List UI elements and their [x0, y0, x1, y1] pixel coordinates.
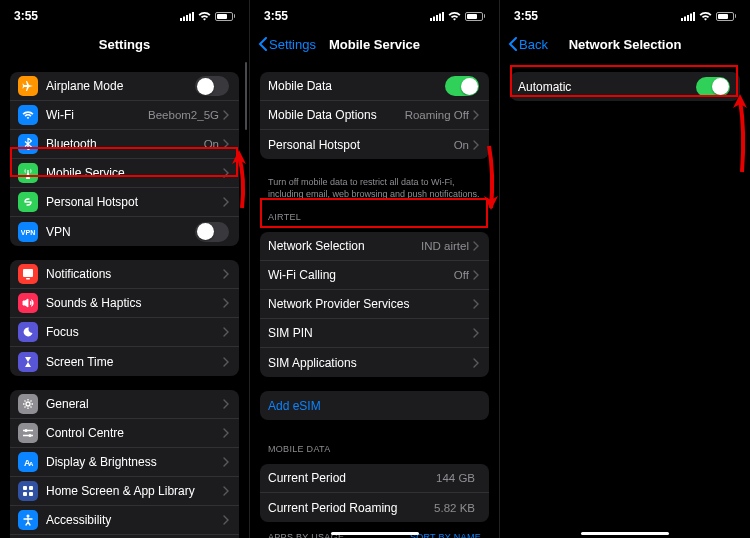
airplane-icon	[18, 76, 38, 96]
row-add-esim[interactable]: Add eSIM	[260, 391, 489, 420]
row-value: Roaming Off	[405, 109, 469, 121]
row-simapp[interactable]: SIM Applications	[260, 348, 489, 377]
row-label: General	[46, 397, 223, 411]
status-time: 3:55	[14, 9, 38, 23]
row-home[interactable]: Home Screen & App Library	[10, 477, 239, 506]
row-mobile[interactable]: Mobile Service	[10, 159, 239, 188]
svg-rect-1	[183, 16, 185, 21]
settings-list[interactable]: Airplane ModeWi-FiBeebom2_5GBluetoothOnM…	[0, 60, 249, 538]
body-icon	[18, 510, 38, 530]
chevron-right-icon	[223, 515, 229, 525]
signal-icon	[681, 12, 695, 21]
screen-network-selection: 3:55 64 Back Network Selection Automatic	[500, 0, 750, 538]
scroll-indicator[interactable]	[245, 62, 248, 130]
network-selection-list[interactable]: Automatic	[500, 60, 750, 538]
row-mdopt[interactable]: Mobile Data OptionsRoaming Off	[260, 101, 489, 130]
speaker-icon	[18, 293, 38, 313]
screen-mobile-service: 3:55 64 Settings Mobile Service Mobile D…	[250, 0, 500, 538]
svg-point-8	[26, 402, 30, 406]
svg-rect-31	[690, 13, 692, 21]
svg-rect-23	[430, 18, 432, 21]
bell-icon	[18, 264, 38, 284]
svg-rect-26	[439, 13, 441, 21]
row-vpn[interactable]: VPNVPN	[10, 217, 239, 246]
link-icon	[18, 192, 38, 212]
row-value: 144 GB	[436, 472, 475, 484]
row-airplane[interactable]: Airplane Mode	[10, 72, 239, 101]
nav-bar: Settings Mobile Service	[250, 28, 499, 60]
svg-rect-7	[26, 278, 30, 280]
svg-rect-0	[180, 18, 182, 21]
row-bt[interactable]: BluetoothOn	[10, 130, 239, 159]
home-indicator[interactable]	[331, 532, 419, 536]
status-bar: 3:55 64	[0, 0, 249, 28]
mobile-service-list[interactable]: Mobile DataMobile Data OptionsRoaming Of…	[250, 60, 499, 538]
row-mdata[interactable]: Mobile Data	[260, 72, 489, 101]
svg-rect-4	[192, 12, 194, 21]
row-label: Network Selection	[268, 239, 421, 253]
svg-rect-2	[186, 15, 188, 21]
row-general[interactable]: General	[10, 390, 239, 419]
toggle-vpn[interactable]	[195, 222, 229, 242]
chevron-right-icon	[473, 241, 479, 251]
row-notif[interactable]: Notifications	[10, 260, 239, 289]
svg-point-10	[29, 434, 32, 437]
page-title: Settings	[99, 37, 150, 52]
row-label: Wi-Fi Calling	[268, 268, 454, 282]
row-hotspot[interactable]: Personal Hotspot	[10, 188, 239, 217]
carrier-header: AIRTEL	[250, 202, 499, 224]
chevron-right-icon	[223, 269, 229, 279]
chevron-right-icon	[223, 428, 229, 438]
row-focus[interactable]: Focus	[10, 318, 239, 347]
page-title: Network Selection	[569, 37, 682, 52]
row-value: On	[204, 138, 219, 150]
svg-rect-29	[684, 16, 686, 21]
row-npsvc[interactable]: Network Provider Services	[260, 290, 489, 319]
sort-button[interactable]: SORT BY NAME	[410, 532, 481, 538]
signal-icon	[430, 12, 444, 21]
svg-rect-15	[23, 492, 27, 496]
row-display[interactable]: AADisplay & Brightness	[10, 448, 239, 477]
row-simpin[interactable]: SIM PIN	[260, 319, 489, 348]
annotation-arrow	[478, 140, 500, 210]
row-sounds[interactable]: Sounds & Haptics	[10, 289, 239, 318]
svg-text:VPN: VPN	[21, 229, 35, 236]
page-title: Mobile Service	[329, 37, 420, 52]
row-label: Network Provider Services	[268, 297, 473, 311]
row-label: Screen Time	[46, 355, 223, 369]
row-value: IND airtel	[421, 240, 469, 252]
row-label: Mobile Service	[46, 166, 223, 180]
back-button[interactable]: Settings	[258, 37, 316, 52]
toggle-mdata[interactable]	[445, 76, 479, 96]
row-label: Automatic	[518, 80, 696, 94]
row-screentime[interactable]: Screen Time	[10, 347, 239, 376]
status-time: 3:55	[264, 9, 288, 23]
row-value: 5.82 KB	[434, 502, 475, 514]
row-netsel[interactable]: Network SelectionIND airtel	[260, 232, 489, 261]
row-label: Home Screen & App Library	[46, 484, 223, 498]
toggle-automatic[interactable]	[696, 77, 730, 97]
home-indicator[interactable]	[581, 532, 669, 536]
chevron-right-icon	[473, 358, 479, 368]
row-phot[interactable]: Personal HotspotOn	[260, 130, 489, 159]
back-button[interactable]: Back	[508, 37, 548, 52]
toggle-airplane[interactable]	[195, 76, 229, 96]
row-automatic[interactable]: Automatic	[510, 72, 740, 101]
chevron-right-icon	[473, 328, 479, 338]
row-label: SIM PIN	[268, 326, 473, 340]
grid-icon	[18, 481, 38, 501]
row-wificall[interactable]: Wi-Fi CallingOff	[260, 261, 489, 290]
row-access[interactable]: Accessibility	[10, 506, 239, 535]
gear-icon	[18, 394, 38, 414]
svg-rect-14	[29, 486, 33, 490]
row-label: VPN	[46, 225, 195, 239]
annotation-arrow	[228, 150, 250, 210]
svg-rect-13	[23, 486, 27, 490]
row-control[interactable]: Control Centre	[10, 419, 239, 448]
sliders-icon	[18, 423, 38, 443]
row-croam: Current Period Roaming5.82 KB	[260, 493, 489, 522]
row-value: Off	[454, 269, 469, 281]
chevron-right-icon	[223, 357, 229, 367]
wifi-icon	[448, 12, 461, 21]
row-wifi[interactable]: Wi-FiBeebom2_5G	[10, 101, 239, 130]
